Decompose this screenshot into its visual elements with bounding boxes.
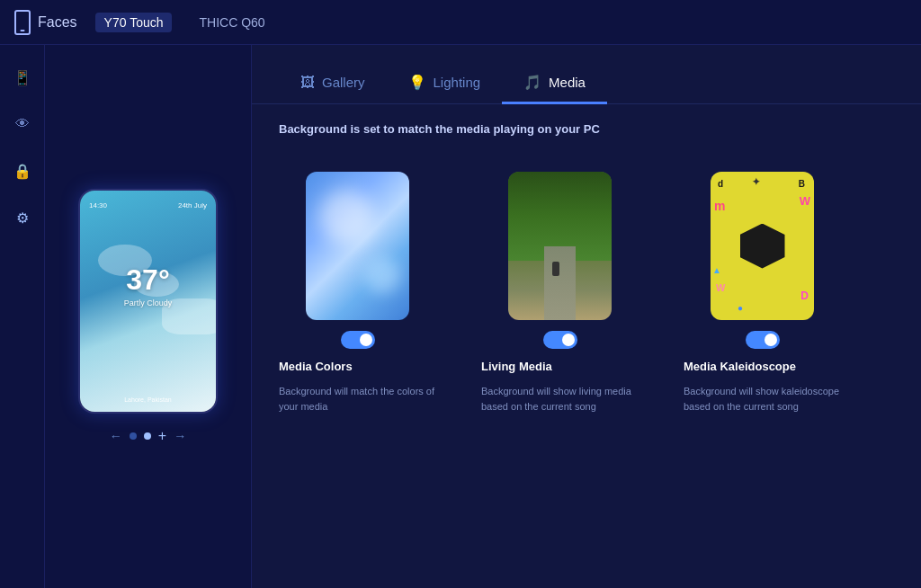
media-colors-toggle[interactable]	[341, 331, 375, 349]
path-decoration	[544, 246, 576, 321]
content-description: Background is set to match the media pla…	[279, 122, 894, 136]
living-media-description: Background will show living media based …	[481, 384, 639, 414]
media-options: Media Colors Background will match the c…	[279, 163, 894, 414]
sidebar-icon-lock[interactable]: 🔒	[8, 156, 37, 185]
app-logo-icon	[14, 10, 31, 35]
phone-time: 14:30	[89, 201, 107, 209]
phone-temperature: 37°	[124, 263, 173, 297]
tab-media[interactable]: 🎵 Media	[502, 63, 607, 104]
tab-media-label: Media	[549, 75, 586, 90]
media-option-colors: Media Colors Background will match the c…	[279, 172, 436, 414]
tab-lighting-label: Lighting	[434, 75, 481, 90]
kaleido-deco-1: d	[718, 179, 723, 189]
kaleido-thumbnail[interactable]: d B m W W D ▲ ● ✦	[711, 172, 814, 320]
media-colors-description: Background will match the colors of your…	[279, 384, 436, 414]
device-thicc[interactable]: THICC Q60	[190, 13, 273, 32]
sidebar: 📱 👁 🔒 ⚙	[0, 45, 45, 588]
nav-add-button[interactable]: +	[158, 428, 166, 444]
media-colors-title: Media Colors	[279, 360, 353, 373]
phone-time-row: 14:30 24th July	[89, 201, 207, 209]
media-colors-thumbnail[interactable]	[306, 172, 409, 320]
phone-preview-panel: 14:30 24th July 37° Partly Cloudy Lahore…	[45, 45, 252, 588]
living-media-toggle-row	[543, 331, 577, 349]
kaleido-deco-8: ●	[738, 303, 743, 313]
kaleido-deco-7: ▲	[712, 265, 721, 275]
kaleido-deco-9: ✦	[752, 176, 760, 188]
app-logo: Faces	[14, 10, 77, 35]
kaleido-toggle-row	[746, 331, 780, 349]
content-area: Background is set to match the media pla…	[252, 104, 921, 588]
phone-frame: 14:30 24th July 37° Partly Cloudy Lahore…	[78, 189, 218, 414]
kaleido-center	[740, 224, 785, 269]
kaleido-deco-2: B	[799, 179, 805, 189]
nav-dot-2[interactable]	[144, 432, 151, 440]
media-option-living: Living Media Background will show living…	[481, 172, 639, 414]
main-layout: 📱 👁 🔒 ⚙ 14:30 24th July 37° Partly Cloud…	[0, 45, 921, 588]
kaleido-deco-3: m	[714, 199, 725, 213]
tabs-bar: 🖼 Gallery 💡 Lighting 🎵 Media	[252, 45, 921, 104]
phone-weather: Partly Cloudy	[124, 298, 173, 307]
sidebar-icon-camera[interactable]: 👁	[8, 110, 37, 138]
kaleido-toggle[interactable]	[746, 331, 780, 349]
living-media-title: Living Media	[481, 360, 552, 373]
media-option-kaleido: d B m W W D ▲ ● ✦ Media Kaleidoscope B	[684, 172, 841, 414]
nav-dot-1[interactable]	[130, 432, 137, 440]
sidebar-icon-phone[interactable]: 📱	[8, 63, 37, 92]
lighting-icon: 💡	[408, 74, 426, 91]
tab-gallery-label: Gallery	[322, 75, 365, 90]
main-content: 🖼 Gallery 💡 Lighting 🎵 Media Background …	[252, 45, 921, 588]
kaleido-deco-6: D	[800, 290, 809, 302]
tab-gallery[interactable]: 🖼 Gallery	[279, 63, 387, 104]
living-media-toggle[interactable]	[543, 331, 577, 349]
figure-decoration	[552, 262, 559, 276]
tab-lighting[interactable]: 💡 Lighting	[387, 63, 503, 104]
app-title: Faces	[38, 14, 77, 31]
nav-next-arrow[interactable]: →	[174, 429, 186, 443]
living-media-thumbnail[interactable]	[508, 172, 612, 320]
nav-prev-arrow[interactable]: ←	[110, 429, 122, 443]
sidebar-icon-settings[interactable]: ⚙	[8, 203, 37, 232]
media-icon: 🎵	[523, 74, 541, 91]
kaleido-title: Media Kaleidoscope	[684, 360, 796, 373]
topbar: Faces Y70 Touch THICC Q60	[0, 0, 921, 45]
device-y70[interactable]: Y70 Touch	[95, 13, 173, 32]
gallery-icon: 🖼	[300, 75, 315, 91]
kaleido-description: Background will show kaleidoscope based …	[684, 384, 841, 414]
phone-location: Lahore, Pakistan	[124, 396, 172, 403]
kaleido-deco-5: W	[716, 282, 725, 293]
media-colors-toggle-row	[341, 331, 375, 349]
phone-nav: ← + →	[110, 428, 186, 444]
phone-screen: 14:30 24th July 37° Partly Cloudy Lahore…	[80, 191, 216, 412]
kaleido-deco-4: W	[800, 194, 810, 208]
phone-date: 24th July	[178, 201, 207, 209]
